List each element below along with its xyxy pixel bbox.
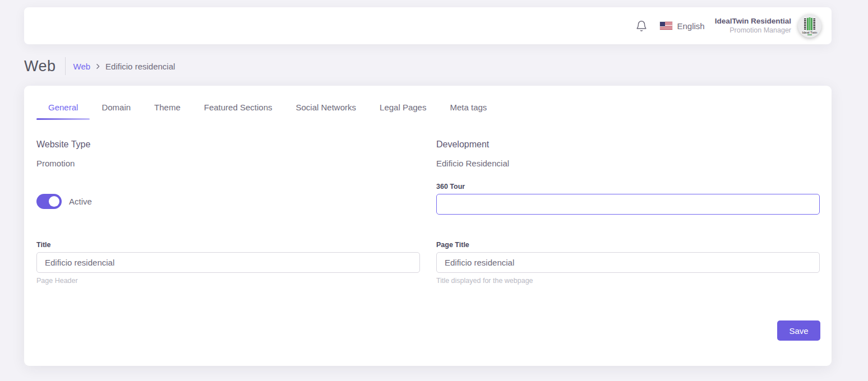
tour360-label: 360 Tour bbox=[436, 183, 465, 190]
user-role: Promotion Manager bbox=[715, 26, 791, 35]
tab-featured-sections[interactable]: Featured Sections bbox=[192, 103, 284, 120]
title-input[interactable] bbox=[36, 252, 420, 273]
tab-domain[interactable]: Domain bbox=[90, 103, 142, 120]
language-selector[interactable]: English bbox=[660, 21, 705, 31]
page-title: Web bbox=[24, 58, 56, 75]
top-navbar: English IdealTwin Residential Promotion … bbox=[24, 7, 832, 44]
toggle-knob bbox=[49, 196, 59, 207]
language-label: English bbox=[677, 21, 705, 31]
user-info: IdealTwin Residential Promotion Manager bbox=[715, 17, 791, 35]
page-header: Web Web Edificio residencial bbox=[24, 57, 175, 75]
tab-meta-tags[interactable]: Meta tags bbox=[438, 103, 498, 120]
tour360-input[interactable] bbox=[436, 194, 820, 215]
navbar-right-group: English IdealTwin Residential Promotion … bbox=[635, 14, 821, 38]
tab-bar: General Domain Theme Featured Sections S… bbox=[36, 103, 498, 120]
title-label: Title bbox=[36, 241, 50, 249]
user-name: IdealTwin Residential bbox=[715, 17, 791, 26]
settings-card: General Domain Theme Featured Sections S… bbox=[24, 86, 832, 366]
page-title-input[interactable] bbox=[436, 252, 820, 273]
tab-general[interactable]: General bbox=[36, 103, 90, 120]
chevron-right-icon bbox=[94, 63, 101, 70]
screen: English IdealTwin Residential Promotion … bbox=[0, 0, 868, 381]
title-helper: Page Header bbox=[36, 277, 78, 285]
tab-legal-pages[interactable]: Legal Pages bbox=[368, 103, 438, 120]
us-flag-icon bbox=[660, 22, 672, 30]
company-logo-avatar[interactable]: Ideal Twin bbox=[798, 14, 821, 38]
toggle-switch[interactable] bbox=[36, 194, 62, 209]
website-type-heading: Website Type bbox=[36, 140, 90, 150]
breadcrumb: Web Edificio residencial bbox=[73, 62, 176, 71]
header-divider bbox=[65, 57, 66, 75]
tab-theme[interactable]: Theme bbox=[142, 103, 192, 120]
development-value: Edificio Residencial bbox=[436, 159, 509, 168]
notifications-bell-icon[interactable] bbox=[635, 20, 648, 32]
breadcrumb-link-web[interactable]: Web bbox=[73, 62, 91, 71]
active-toggle-label: Active bbox=[69, 197, 92, 206]
website-type-value: Promotion bbox=[36, 159, 75, 168]
breadcrumb-current: Edificio residencial bbox=[105, 62, 175, 71]
development-heading: Development bbox=[436, 140, 489, 150]
page-title-helper: Title displayed for the webpage bbox=[436, 277, 533, 285]
page-title-label: Page Title bbox=[436, 241, 469, 249]
save-button[interactable]: Save bbox=[777, 320, 820, 341]
active-toggle[interactable]: Active bbox=[36, 194, 92, 209]
logo-text: Ideal Twin bbox=[802, 31, 818, 34]
tab-social-networks[interactable]: Social Networks bbox=[284, 103, 368, 120]
